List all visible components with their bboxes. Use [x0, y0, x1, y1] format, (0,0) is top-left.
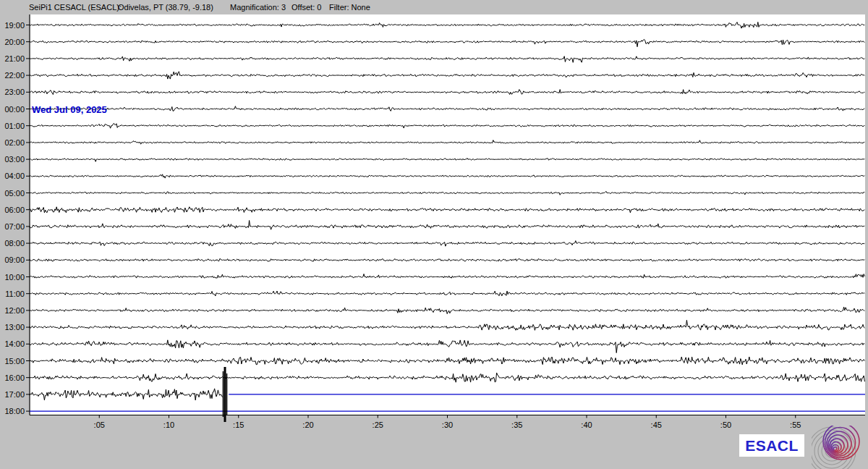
minute-label-:40: :40 [581, 421, 592, 429]
esacl-logo[interactable]: ESACL [739, 434, 804, 457]
time-label-18:00: 18:00 [4, 407, 25, 415]
minute-label-:55: :55 [790, 421, 801, 429]
time-label-14:00: 14:00 [4, 339, 25, 348]
helicorder-window: SeiPi1 CESACL (ESACL): Odivelas, PT (38.… [0, 0, 868, 469]
time-label-20:00: 20:00 [4, 38, 25, 46]
time-label-05:00: 05:00 [4, 189, 25, 198]
time-label-15:00: 15:00 [4, 357, 25, 366]
minute-label-:15: :15 [233, 421, 244, 429]
minute-label-:45: :45 [651, 421, 662, 429]
esacl-logo-text: ESACL [745, 437, 799, 455]
time-label-08:00: 08:00 [4, 239, 25, 248]
time-label-21:00: 21:00 [4, 54, 25, 63]
minute-label-:10: :10 [163, 421, 174, 429]
time-label-16:00: 16:00 [4, 373, 25, 382]
time-label-23:00: 23:00 [4, 88, 25, 96]
time-label-00:00: 00:00 [4, 105, 25, 114]
minute-label-:25: :25 [373, 421, 383, 429]
minute-label-:30: :30 [442, 421, 453, 429]
time-label-02:00: 02:00 [4, 138, 25, 147]
time-label-03:00: 03:00 [4, 155, 25, 164]
minute-label-:35: :35 [511, 421, 522, 429]
helicorder-plot[interactable]: 19:0020:0021:0022:0023:0000:0001:0002:00… [0, 0, 868, 469]
time-label-22:00: 22:00 [4, 71, 25, 80]
time-label-09:00: 09:00 [4, 255, 25, 264]
time-label-04:00: 04:00 [4, 172, 25, 180]
time-label-12:00: 12:00 [4, 306, 25, 315]
time-label-10:00: 10:00 [4, 273, 25, 282]
seismic-spiral-icon [812, 426, 868, 469]
minute-label-:20: :20 [302, 421, 313, 429]
time-label-13:00: 13:00 [4, 323, 25, 331]
time-label-07:00: 07:00 [4, 222, 25, 231]
time-label-17:00: 17:00 [4, 390, 25, 399]
date-label: Wed Jul 09, 2025 [32, 104, 107, 115]
minute-label-:50: :50 [720, 421, 731, 429]
time-label-01:00: 01:00 [4, 122, 25, 130]
minute-label-:05: :05 [94, 421, 105, 429]
time-label-06:00: 06:00 [4, 206, 25, 214]
time-label-19:00: 19:00 [4, 21, 25, 30]
time-label-11:00: 11:00 [5, 290, 25, 298]
